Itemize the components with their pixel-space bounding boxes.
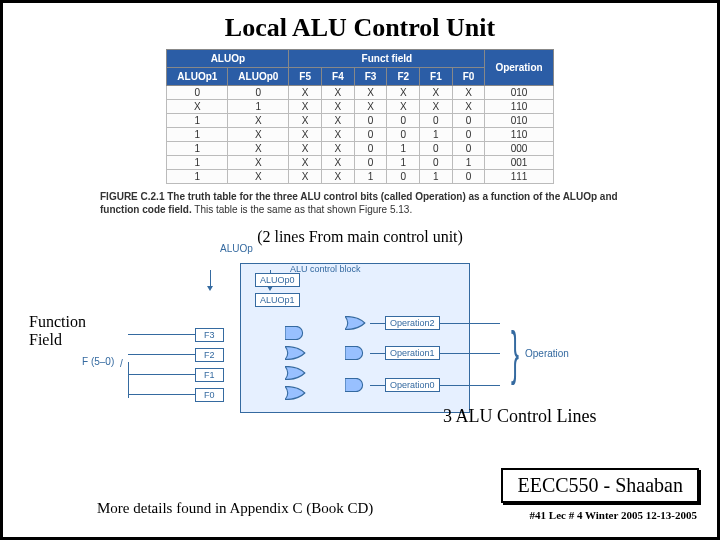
wire	[128, 362, 129, 398]
table-cell: 0	[452, 142, 485, 156]
table-cell: 0	[354, 128, 387, 142]
th-f2: F2	[387, 68, 420, 86]
th-aluop: ALUOp	[167, 50, 289, 68]
brace-icon: }	[511, 318, 519, 387]
table-cell: X	[322, 86, 355, 100]
chip-aluop0: ALUOp0	[255, 273, 300, 287]
table-cell: 000	[485, 142, 553, 156]
th-operation: Operation	[485, 50, 553, 86]
table-row: 00XXXXXX010	[167, 86, 553, 100]
table-cell: X	[289, 114, 322, 128]
table-cell: X	[289, 128, 322, 142]
table-cell: 1	[420, 128, 453, 142]
footer-more-details: More details found in Appendix C (Book C…	[97, 500, 373, 517]
wire	[128, 354, 195, 355]
annotation-from-main: (2 lines From main control unit)	[3, 228, 717, 246]
and-gate-icon	[285, 326, 307, 340]
table-cell: X	[289, 142, 322, 156]
th-f3: F3	[354, 68, 387, 86]
table-cell: 010	[485, 86, 553, 100]
chip-op0: Operation0	[385, 378, 440, 392]
table-cell: X	[228, 142, 289, 156]
th-f5: F5	[289, 68, 322, 86]
th-aluop1: ALUOp1	[167, 68, 228, 86]
th-f1: F1	[420, 68, 453, 86]
annotation-3-alu-lines: 3 ALU Control Lines	[443, 406, 597, 427]
table-cell: 0	[452, 170, 485, 184]
table-cell: X	[452, 86, 485, 100]
table-cell: X	[228, 128, 289, 142]
table-cell: X	[228, 156, 289, 170]
table-row: 1XXX0101001	[167, 156, 553, 170]
table-cell: 0	[420, 156, 453, 170]
caption-rest: This table is the same as that shown Fig…	[192, 204, 413, 215]
table-cell: 1	[167, 142, 228, 156]
page-title: Local ALU Control Unit	[3, 3, 717, 49]
or-gate-icon	[285, 366, 307, 380]
and-gate-icon	[345, 346, 367, 360]
aluop-label: ALUOp	[220, 243, 253, 254]
table-cell: 0	[228, 86, 289, 100]
table-cell: 1	[167, 128, 228, 142]
table-row: X1XXXXXX110	[167, 100, 553, 114]
table-cell: 0	[452, 114, 485, 128]
table-cell: X	[322, 114, 355, 128]
wire	[128, 374, 195, 375]
table-cell: 110	[485, 128, 553, 142]
table-cell: 0	[354, 142, 387, 156]
table-row: 1XXX1010111	[167, 170, 553, 184]
table-cell: 1	[354, 170, 387, 184]
table-cell: X	[289, 100, 322, 114]
table-cell: X	[289, 170, 322, 184]
table-cell: X	[322, 156, 355, 170]
table-cell: 1	[167, 114, 228, 128]
chip-op1: Operation1	[385, 346, 440, 360]
table-cell: X	[322, 128, 355, 142]
or-gate-icon	[285, 346, 307, 360]
table-cell: X	[289, 86, 322, 100]
table-cell: 001	[485, 156, 553, 170]
table-cell: X	[167, 100, 228, 114]
table-cell: X	[322, 170, 355, 184]
table-cell: 010	[485, 114, 553, 128]
chip-op2: Operation2	[385, 316, 440, 330]
bus-slash: /	[120, 358, 123, 369]
table-cell: X	[354, 100, 387, 114]
table-cell: 1	[167, 156, 228, 170]
table-cell: 1	[228, 100, 289, 114]
table-cell: X	[387, 86, 420, 100]
table-cell: 1	[387, 142, 420, 156]
table-cell: X	[387, 100, 420, 114]
table-cell: 0	[420, 114, 453, 128]
or-gate-icon	[345, 316, 367, 330]
th-f4: F4	[322, 68, 355, 86]
table-row: 1XXX0010110	[167, 128, 553, 142]
table-cell: X	[322, 100, 355, 114]
table-cell: 0	[387, 114, 420, 128]
table-row: 1XXX0000010	[167, 114, 553, 128]
table-cell: 1	[167, 170, 228, 184]
arrow-icon	[207, 286, 213, 291]
wire	[128, 334, 195, 335]
table-cell: 0	[387, 170, 420, 184]
chip-f1: F1	[195, 368, 224, 382]
and-gate-icon	[345, 378, 367, 392]
table-cell: X	[289, 156, 322, 170]
table-cell: 1	[420, 170, 453, 184]
table-cell: X	[420, 86, 453, 100]
table-cell: 111	[485, 170, 553, 184]
table-cell: 0	[354, 156, 387, 170]
table-cell: 0	[452, 128, 485, 142]
truth-table: ALUOp Funct field Operation ALUOp1 ALUOp…	[166, 49, 553, 184]
chip-f0: F0	[195, 388, 224, 402]
f-input-label: F (5–0)	[82, 356, 114, 367]
footer-course-box: EECC550 - Shaaban	[501, 468, 699, 503]
table-cell: 0	[387, 128, 420, 142]
table-cell: 0	[167, 86, 228, 100]
table-cell: 1	[452, 156, 485, 170]
table-cell: X	[420, 100, 453, 114]
or-gate-icon	[285, 386, 307, 400]
table-cell: X	[228, 170, 289, 184]
chip-aluop1: ALUOp1	[255, 293, 300, 307]
table-cell: 1	[387, 156, 420, 170]
